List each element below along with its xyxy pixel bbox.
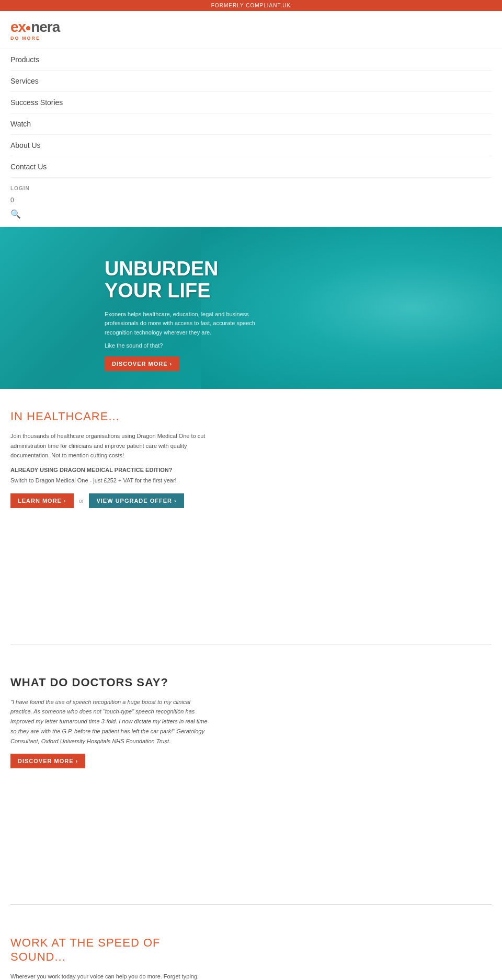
hero-subtitle: Exonera helps healthcare, education, leg… <box>105 310 272 338</box>
hero-cta-button[interactable]: DISCOVER MORE <box>105 356 179 371</box>
search-button[interactable]: 🔍 <box>10 209 492 219</box>
banner-text: FORMERLY COMPLIANT.UK <box>211 3 291 8</box>
top-banner: FORMERLY COMPLIANT.UK <box>0 0 502 11</box>
hero-content: UNBURDEN YOUR LIFE Exonera helps healthc… <box>105 258 272 371</box>
logo-ex: ex <box>10 19 26 35</box>
doctors-section: WHAT DO DOCTORS SAY? "I have found the u… <box>0 655 502 789</box>
healthcare-upgrade-heading: ALREADY USING DRAGON MEDICAL PRACTICE ED… <box>10 467 209 473</box>
login-link[interactable]: LOGIN <box>10 186 492 191</box>
healthcare-btn-row: LEARN MORE or VIEW UPGRADE OFFER <box>10 493 492 508</box>
logo-dot <box>26 26 30 30</box>
logo[interactable]: exnera DO MORE <box>10 19 60 41</box>
learn-more-button[interactable]: LEARN MORE <box>10 493 74 508</box>
nav-item-contact-us[interactable]: Contact Us <box>10 156 492 178</box>
hero-section: UNBURDEN YOUR LIFE Exonera helps healthc… <box>0 227 502 389</box>
divider-2 <box>10 904 492 905</box>
nav-extras: LOGIN 0 🔍 <box>0 178 502 227</box>
or-text: or <box>79 498 84 504</box>
healthcare-title: IN HEALTHCARE... <box>10 410 492 423</box>
empty-space-2 <box>0 789 502 894</box>
nav-item-products[interactable]: Products <box>10 49 492 71</box>
logo-tagline: DO MORE <box>10 36 40 41</box>
doctors-discover-button[interactable]: DISCOVER MORE <box>10 754 85 768</box>
main-nav: Products Services Success Stories Watch … <box>0 49 502 178</box>
hero-title: UNBURDEN YOUR LIFE <box>105 258 272 302</box>
cart-count[interactable]: 0 <box>10 197 492 204</box>
healthcare-upgrade-body: Switch to Dragon Medical One - just £252… <box>10 476 209 486</box>
doctors-title: WHAT DO DOCTORS SAY? <box>10 676 492 689</box>
nav-item-watch[interactable]: Watch <box>10 113 492 135</box>
logo-text: exnera <box>10 19 60 36</box>
speed-body: Wherever you work today your voice can h… <box>10 972 209 980</box>
upgrade-offer-button[interactable]: VIEW UPGRADE OFFER <box>89 493 184 508</box>
empty-space-1 <box>0 529 502 633</box>
nav-item-services[interactable]: Services <box>10 71 492 92</box>
speed-title: WORK AT THE SPEED OF SOUND... <box>10 936 199 964</box>
healthcare-body: Join thousands of healthcare organisatio… <box>10 431 209 460</box>
header: exnera DO MORE <box>0 11 502 49</box>
hero-tagline: Like the sound of that? <box>105 342 272 349</box>
healthcare-section: IN HEALTHCARE... Join thousands of healt… <box>0 389 502 529</box>
speed-section: WORK AT THE SPEED OF SOUND... Wherever y… <box>0 915 502 980</box>
search-icon: 🔍 <box>10 210 21 218</box>
doctors-quote: "I have found the use of speech recognit… <box>10 697 209 746</box>
logo-onera: nera <box>31 19 60 35</box>
nav-item-about-us[interactable]: About Us <box>10 135 492 156</box>
nav-item-success-stories[interactable]: Success Stories <box>10 92 492 113</box>
divider-1 <box>10 644 492 644</box>
